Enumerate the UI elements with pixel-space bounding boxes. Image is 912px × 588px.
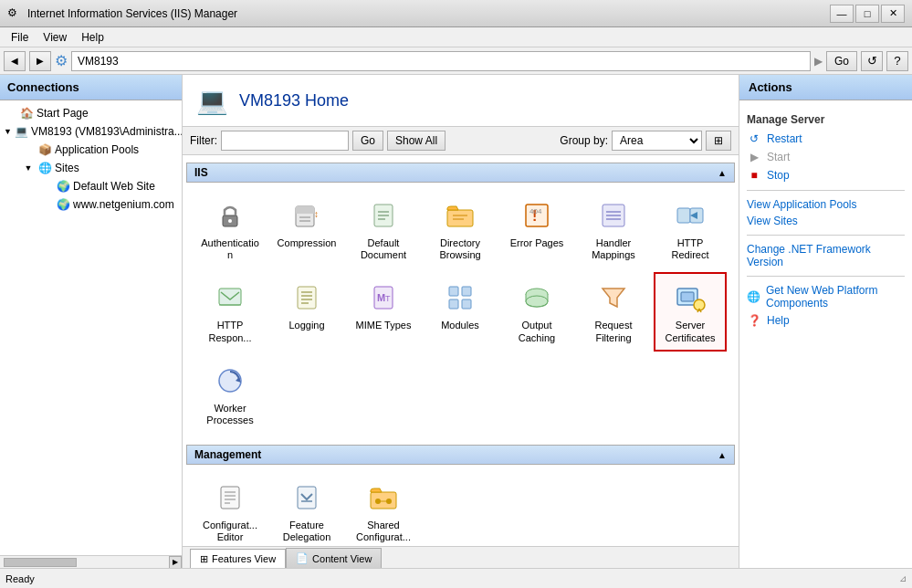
feature-server-certificates[interactable]: Server Certificates	[654, 272, 727, 351]
management-collapse-button[interactable]: ▲	[718, 450, 727, 460]
feature-modules[interactable]: Modules	[424, 272, 497, 351]
resize-handle: ⊿	[899, 573, 907, 583]
sidebar-scrollbar[interactable]: ▶	[0, 555, 182, 568]
server-icon: 💻	[15, 124, 28, 139]
error-pages-icon: ! 404	[519, 197, 555, 234]
svg-rect-23	[219, 289, 241, 305]
svg-rect-35	[449, 299, 458, 309]
feature-handler-mappings[interactable]: Handler Mappings	[577, 190, 650, 268]
management-features-grid: Configurat... Editor Feature Delegation	[186, 465, 735, 546]
feature-error-pages[interactable]: ! 404 Error Pages	[500, 190, 573, 268]
help-icon-btn[interactable]: ?	[886, 51, 908, 71]
action-restart[interactable]: ↺ Restart	[747, 130, 905, 148]
sidebar-label-app-pools: Application Pools	[55, 143, 139, 156]
start-label: Start	[767, 151, 790, 163]
get-components-label: Get New Web Platform Components	[766, 284, 905, 310]
filter-bar: Filter: Go Show All Group by: Area Categ…	[183, 127, 739, 155]
features-pane: IIS ▲ Authentication	[183, 155, 739, 546]
directory-browsing-icon	[442, 197, 478, 234]
sidebar-label-start-page: Start Page	[37, 107, 89, 120]
netgenium-icon: 🌍	[56, 197, 70, 212]
sidebar-item-start-page[interactable]: 🏠 Start Page	[0, 104, 182, 122]
action-change-dotnet[interactable]: Change .NET Framework Version	[747, 241, 905, 270]
go-button[interactable]: Go	[826, 51, 857, 71]
address-input[interactable]	[71, 51, 811, 71]
actions-separator-3	[747, 276, 905, 277]
svg-rect-46	[221, 487, 239, 509]
feature-http-response[interactable]: HTTP Respon...	[194, 272, 267, 351]
view-icon-button[interactable]: ⊞	[706, 131, 731, 151]
feature-request-filtering[interactable]: Request Filtering	[577, 272, 650, 351]
back-button[interactable]: ◀	[4, 51, 26, 71]
groupby-select[interactable]: Area Category No Grouping	[612, 131, 702, 151]
feature-default-document[interactable]: Default Document	[347, 190, 420, 268]
svg-rect-34	[462, 287, 471, 296]
maximize-button[interactable]: □	[855, 5, 879, 23]
output-caching-label: Output Caching	[506, 320, 568, 343]
feature-authentication[interactable]: Authentication	[194, 190, 267, 268]
menu-view[interactable]: View	[36, 29, 74, 46]
iis-section-header: IIS ▲	[186, 163, 735, 183]
minimize-button[interactable]: —	[830, 5, 854, 23]
actions-panel: Actions Manage Server ↺ Restart ▶ Start …	[739, 75, 912, 568]
tab-features-view[interactable]: ⊞ Features View	[190, 549, 286, 568]
filter-showall-button[interactable]: Show All	[387, 131, 446, 151]
expand-icon	[4, 107, 16, 120]
forward-button[interactable]: ▶	[29, 51, 51, 71]
sidebar-item-app-pools[interactable]: 📦 Application Pools	[0, 141, 182, 159]
feature-logging[interactable]: Logging	[270, 272, 343, 351]
filter-input[interactable]	[221, 131, 349, 151]
feature-feature-delegation[interactable]: Feature Delegation	[270, 472, 343, 546]
feature-worker-processes[interactable]: Worker Processes	[194, 355, 267, 434]
expand-vm8193-icon[interactable]: ▼	[4, 125, 12, 138]
content-header: 💻 VM8193 Home	[183, 75, 739, 127]
feature-compression[interactable]: ↕ Compression	[270, 190, 343, 268]
expand-app-pools-icon	[22, 143, 35, 156]
action-help[interactable]: ❓ Help	[747, 311, 905, 330]
close-button[interactable]: ✕	[881, 5, 905, 23]
action-view-sites[interactable]: View Sites	[747, 213, 905, 229]
feature-shared-configuration[interactable]: Shared Configurat...	[347, 472, 420, 546]
menu-help[interactable]: Help	[74, 29, 111, 46]
address-arrow: ▶	[814, 55, 823, 68]
feature-output-caching[interactable]: Output Caching	[500, 272, 573, 351]
start-icon: ▶	[747, 150, 761, 164]
shared-configuration-label: Shared Configurat...	[352, 520, 414, 543]
help-label: Help	[767, 314, 790, 327]
content-view-icon: 📄	[296, 552, 309, 564]
iis-collapse-button[interactable]: ▲	[718, 168, 727, 178]
feature-directory-browsing[interactable]: Directory Browsing	[424, 190, 497, 268]
sites-icon: 🌐	[37, 161, 52, 175]
view-app-pools-label: View Application Pools	[747, 198, 857, 211]
feature-mime-types[interactable]: M T MIME Types	[347, 272, 420, 351]
error-pages-label: Error Pages	[510, 237, 564, 249]
sidebar-scroll-right[interactable]: ▶	[169, 556, 182, 569]
action-get-components[interactable]: 🌐 Get New Web Platform Components	[747, 282, 905, 311]
sidebar-item-vm8193[interactable]: ▼ 💻 VM8193 (VM8193\Administra...	[0, 122, 182, 141]
authentication-label: Authentication	[199, 237, 261, 261]
directory-browsing-label: Directory Browsing	[429, 237, 491, 261]
get-components-icon: 🌐	[747, 289, 760, 304]
menu-file[interactable]: File	[4, 29, 36, 46]
sidebar-item-default-web-site[interactable]: 🌍 Default Web Site	[0, 177, 182, 195]
feature-http-redirect[interactable]: HTTP Redirect	[654, 190, 727, 268]
action-start[interactable]: ▶ Start	[747, 148, 905, 166]
sidebar-item-sites[interactable]: ▼ 🌐 Sites	[0, 159, 182, 177]
expand-default-site-icon	[40, 180, 53, 193]
expand-sites-icon[interactable]: ▼	[22, 162, 35, 174]
filter-go-button[interactable]: Go	[352, 131, 383, 151]
handler-mappings-icon	[595, 197, 632, 234]
default-document-icon	[365, 197, 402, 234]
sidebar-item-netgenium[interactable]: 🌍 www.netgenium.com	[0, 195, 182, 214]
tab-content-view[interactable]: 📄 Content View	[286, 548, 382, 568]
management-section-header: Management ▲	[186, 445, 735, 465]
sidebar-tree: 🏠 Start Page ▼ 💻 VM8193 (VM8193\Administ…	[0, 100, 182, 555]
request-filtering-label: Request Filtering	[582, 320, 645, 343]
svg-rect-36	[462, 299, 471, 309]
action-view-app-pools[interactable]: View Application Pools	[747, 196, 905, 213]
action-stop[interactable]: ■ Stop	[747, 166, 905, 184]
feature-configuration-editor[interactable]: Configurat... Editor	[194, 472, 267, 546]
refresh-button[interactable]: ↺	[861, 51, 883, 71]
features-view-icon: ⊞	[200, 553, 208, 565]
main-layout: Connections 🏠 Start Page ▼ 💻 VM8193 (VM8…	[0, 75, 912, 568]
